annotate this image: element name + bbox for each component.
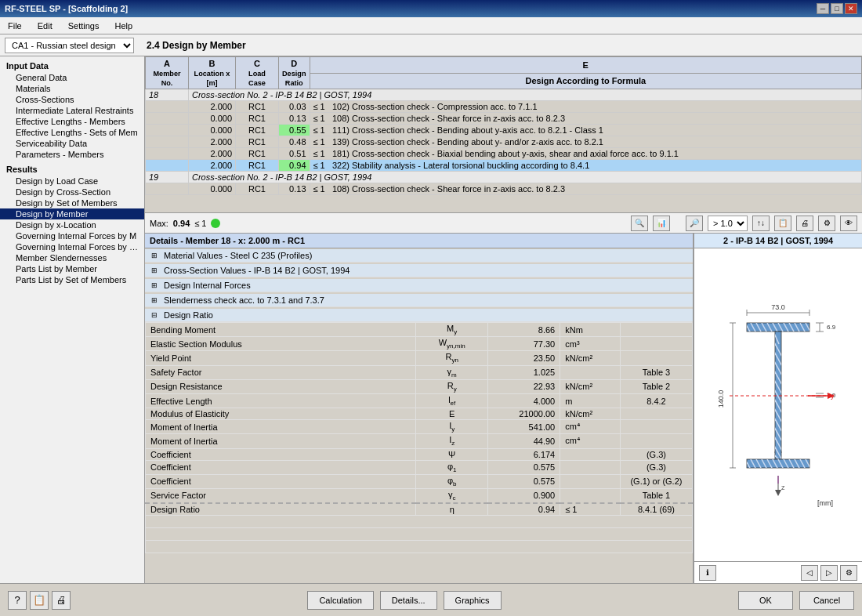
section-slenderness-label: Slenderness check acc. to 7.3.1 and 7.3.…	[164, 295, 324, 305]
detail-unit	[560, 460, 621, 474]
sidebar-item-parts-list-member[interactable]: Parts List by Member	[0, 263, 144, 274]
details-row-inertia-z: Moment of Inertia Iz 44.90 cm⁴	[146, 434, 693, 448]
details-section-ratio-header[interactable]: ⊟ Design Ratio	[145, 309, 693, 322]
print-bottom-btn[interactable]: 🖨	[52, 591, 71, 610]
design-case-dropdown[interactable]: CA1 - Russian steel design	[5, 38, 134, 53]
sidebar-item-parts-list-set[interactable]: Parts List by Set of Members	[0, 274, 144, 285]
detail-property: Service Factor	[146, 488, 416, 503]
sidebar-item-design-member[interactable]: Design by Member	[0, 208, 144, 219]
diagram-canvas: 73.0 140.0 6.9	[694, 248, 862, 561]
ratio-filter-dropdown[interactable]: > 1.0 > 0.9 All	[708, 216, 748, 231]
sidebar-item-cross-sections[interactable]: Cross-Sections	[0, 94, 144, 105]
diagram-settings-btn[interactable]: ⚙	[840, 565, 857, 581]
detail-unit	[560, 365, 621, 379]
sidebar-item-design-cross-section[interactable]: Design by Cross-Section	[0, 187, 144, 197]
detail-value: 541.00	[488, 420, 560, 434]
col-header-c: CLoad Case	[236, 57, 279, 89]
table-row[interactable]: 2.000 RC1 0.03 ≤ 1 102) Cross-section ch…	[146, 101, 862, 113]
details-section-material-header[interactable]: ⊞ Material Values - Steel C 235 (Profile…	[145, 249, 693, 263]
sidebar-item-design-load-case[interactable]: Design by Load Case	[0, 176, 144, 187]
svg-text:73.0: 73.0	[771, 303, 785, 311]
detail-symbol: φ1	[416, 460, 488, 474]
print-btn[interactable]: 🖨	[796, 216, 813, 231]
menu-file[interactable]: File	[3, 20, 27, 32]
menu-edit[interactable]: Edit	[33, 20, 57, 32]
sidebar-item-design-set-members[interactable]: Design by Set of Members	[0, 197, 144, 208]
cancel-button[interactable]: Cancel	[799, 591, 854, 610]
table-row[interactable]: 2.000 RC1 0.51 ≤ 1 181) Cross-section ch…	[146, 148, 862, 160]
excel-btn[interactable]: 📋	[774, 216, 791, 231]
details-section-slenderness-header[interactable]: ⊞ Slenderness check acc. to 7.3.1 and 7.…	[145, 294, 693, 307]
graphics-button[interactable]: Graphics	[444, 591, 502, 610]
sidebar-item-design-x-location[interactable]: Design by x-Location	[0, 219, 144, 230]
table-row-selected[interactable]: 2.000 RC1 0.94 ≤ 1 322) Stability analys…	[146, 160, 862, 172]
sidebar-item-governing-forces-m[interactable]: Governing Internal Forces by M	[0, 230, 144, 241]
table-section-19: 19 Cross-section No. 2 - IP-B 14 B2 | GO…	[146, 172, 862, 183]
help-btn[interactable]: ?	[8, 591, 27, 610]
sort-btn[interactable]: ↑↓	[752, 216, 770, 231]
minimize-button[interactable]: ─	[817, 3, 829, 14]
calculation-button[interactable]: Calculation	[307, 591, 373, 610]
cell-member-no	[146, 125, 189, 136]
detail-symbol: Ψ	[416, 448, 488, 460]
menu-settings[interactable]: Settings	[63, 20, 104, 32]
config-btn[interactable]: ⚙	[818, 216, 835, 231]
sidebar-item-eff-lengths-members[interactable]: Effective Lengths - Members	[0, 116, 144, 127]
menu-help[interactable]: Help	[110, 20, 137, 32]
cell-ratio: 0.51	[279, 148, 310, 160]
table-row[interactable]: 2.000 RC1 0.48 ≤ 1 139) Cross-section ch…	[146, 136, 862, 148]
eye-btn[interactable]: 👁	[840, 216, 857, 231]
details-row-coeff-psi: Coefficient Ψ 6.174 (G.3)	[146, 448, 693, 460]
details-section-internal-header[interactable]: ⊞ Design Internal Forces	[145, 279, 693, 292]
cell-formula: ≤ 1 102) Cross-section check - Compressi…	[310, 101, 861, 113]
detail-symbol: Wyn,min	[416, 337, 488, 351]
detail-property: Coefficient	[146, 460, 416, 474]
main-panel: AMember No. BLocation x [m] CLoad Case D…	[145, 56, 862, 583]
table-row[interactable]: 0.000 RC1 0.13 ≤ 1 108) Cross-section ch…	[146, 113, 862, 125]
cell-ratio-green: 0.55	[279, 125, 310, 136]
sidebar-item-slendernesses[interactable]: Member Slendernesses	[0, 252, 144, 263]
cell-load-case: RC1	[236, 125, 279, 136]
copy-btn[interactable]: 📋	[30, 591, 49, 610]
window-title: RF-STEEL SP - [Scaffolding 2]	[5, 4, 128, 13]
detail-ref: Table 3	[620, 365, 692, 379]
sidebar-item-governing-forces-s[interactable]: Governing Internal Forces by Se	[0, 241, 144, 252]
filter-btn[interactable]: 🔎	[686, 216, 703, 231]
table-row[interactable]: 0.000 RC1 0.13 ≤ 1 108) Cross-section ch…	[146, 183, 862, 195]
detail-value: 1.025	[488, 365, 560, 379]
diagram-right-btn[interactable]: ▷	[820, 565, 838, 581]
sidebar-item-eff-lengths-sets[interactable]: Effective Lengths - Sets of Mem	[0, 127, 144, 138]
sidebar-item-parameters[interactable]: Parameters - Members	[0, 149, 144, 160]
details-row-elasticity: Modulus of Elasticity E 21000.00 kN/cm²	[146, 408, 693, 420]
diagram-info-btn[interactable]: ℹ	[699, 565, 716, 581]
detail-unit: cm³	[560, 337, 621, 351]
max-value: 0.94	[173, 219, 190, 228]
detail-ref: Table 1	[620, 488, 692, 503]
sidebar-item-materials[interactable]: Materials	[0, 83, 144, 94]
view-btn-2[interactable]: 📊	[653, 216, 670, 231]
detail-symbol: γm	[416, 365, 488, 379]
cell-ratio-highlighted: 0.94	[279, 160, 310, 172]
ok-button[interactable]: OK	[738, 591, 793, 610]
details-section-slenderness: ⊞ Slenderness check acc. to 7.3.1 and 7.…	[145, 293, 693, 308]
detail-unit: cm⁴	[560, 420, 621, 434]
close-button[interactable]: ✕	[845, 3, 857, 14]
sidebar-item-lateral-restraints[interactable]: Intermediate Lateral Restraints	[0, 105, 144, 116]
sidebar-item-general-data[interactable]: General Data	[0, 72, 144, 83]
cell-formula: ≤ 1 322) Stability analysis - Lateral to…	[310, 160, 861, 172]
sidebar-item-serviceability[interactable]: Serviceability Data	[0, 138, 144, 149]
detail-value: 0.575	[488, 474, 560, 488]
bottom-center-buttons: Calculation Details... Graphics	[307, 591, 501, 610]
svg-text:6.9: 6.9	[827, 324, 836, 331]
maximize-button[interactable]: □	[831, 3, 843, 14]
details-section-cross-header[interactable]: ⊞ Cross-Section Values - IP-B 14 B2 | GO…	[145, 264, 693, 277]
detail-symbol: φb	[416, 474, 488, 488]
details-button[interactable]: Details...	[380, 591, 437, 610]
view-btn-1[interactable]: 🔍	[631, 216, 648, 231]
detail-property: Modulus of Elasticity	[146, 408, 416, 420]
col-header-e-sub: Design According to Formula	[310, 73, 861, 89]
section-cross-label: Cross-Section Values - IP-B 14 B2 | GOST…	[164, 266, 350, 275]
diagram-left-btn[interactable]: ◁	[801, 565, 818, 581]
table-row[interactable]: 0.000 RC1 0.55 ≤ 1 111) Cross-section ch…	[146, 125, 862, 136]
detail-symbol: Ry	[416, 379, 488, 393]
